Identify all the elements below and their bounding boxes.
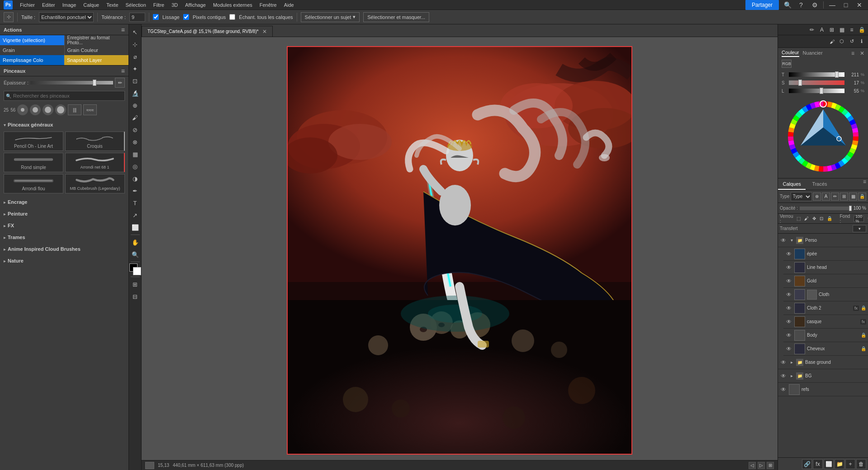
minimize-btn[interactable]: — (827, 0, 837, 10)
tool-lasso[interactable]: ⌀ (129, 51, 141, 62)
layer-cloth2[interactable]: 👁 Cloth 2 fx 🔒 (783, 301, 868, 315)
menu-filtre[interactable]: Filtre (150, 0, 168, 10)
right-shape-icon[interactable]: ⬡ (837, 37, 846, 46)
zoom-out-icon[interactable] (145, 462, 154, 469)
tool-zoom[interactable]: 🔍 (129, 249, 141, 260)
tool-screen-btn[interactable]: ⊟ (129, 291, 141, 302)
layer-body[interactable]: 👁 Body 🔒 (783, 329, 868, 342)
layer-casque-vis-icon[interactable]: 👁 (785, 318, 792, 325)
close-btn[interactable]: ✕ (854, 0, 864, 10)
layer-btn-3[interactable]: ✏ (831, 193, 839, 201)
lock-brush-btn[interactable]: 🖌 (804, 215, 809, 222)
menu-texte[interactable]: Texte (103, 0, 122, 10)
brush-category-general-header[interactable]: ▾ Pinceaux généraux (4, 120, 125, 130)
layer-baseground-vis-icon[interactable]: 👁 (780, 359, 787, 366)
select-subject-button[interactable]: Sélectionner un sujet ▾ (301, 12, 360, 22)
type-select[interactable]: Type (791, 192, 812, 201)
share-button[interactable]: Partager (745, 0, 779, 10)
color-tab-nuancier[interactable]: Nuancier (803, 50, 823, 56)
right-lock-icon[interactable]: 🔒 (857, 25, 866, 34)
tool-pen[interactable]: ✒ (129, 185, 141, 197)
brush-item-arrondi-flou[interactable]: Arrondi flou (4, 174, 63, 193)
layer-bg-vis-icon[interactable]: 👁 (780, 372, 787, 380)
layer-perso-expand-icon[interactable]: ▾ (789, 238, 794, 243)
tool-marquee[interactable]: ⊹ (129, 38, 141, 50)
tool-heal[interactable]: ⊕ (129, 99, 141, 111)
color-t-slider[interactable] (789, 72, 844, 77)
select-mask-button[interactable]: Sélectionner et masquer... (363, 12, 429, 22)
right-pencil-icon[interactable]: ✏ (807, 25, 816, 34)
layers-menu-btn[interactable]: ≡ (861, 179, 868, 190)
brush-category-trames-header[interactable]: ▸ Trames (4, 232, 125, 242)
transfert-dropdown[interactable]: ▾ (853, 225, 866, 232)
layer-cheveux[interactable]: 👁 Cheveux 🔒 (783, 342, 868, 356)
menu-image[interactable]: Image (59, 0, 80, 10)
layer-refs-vis-icon[interactable]: 👁 (780, 386, 787, 393)
right-brush-icon[interactable]: 🖌 (827, 37, 836, 46)
brush-category-fx-header[interactable]: ▸ FX (4, 221, 125, 230)
layers-delete-btn[interactable]: 🗑 (856, 459, 866, 469)
menu-modules[interactable]: Modules externes (209, 0, 256, 10)
canvas-viewport[interactable] (142, 37, 778, 460)
action-grain-couleur[interactable]: Grain Couleur (64, 45, 129, 55)
nav-grid-btn[interactable]: ⊞ (767, 462, 774, 469)
brush-item-croquis[interactable]: Croquis (65, 132, 125, 151)
layer-refs[interactable]: 👁 refs (778, 383, 868, 396)
layer-btn-6[interactable]: 🔒 (858, 193, 866, 201)
color-l-slider[interactable] (789, 89, 844, 93)
layer-btn-2[interactable]: A (822, 193, 830, 201)
brush-category-nature-header[interactable]: ▸ Nature (4, 256, 125, 266)
brush-item-cubebrush[interactable]: MB Cubebrush (Legendary) (65, 174, 125, 193)
color-panel-menu-btn[interactable]: ≡ (851, 50, 854, 56)
layer-baseground-expand-icon[interactable]: ▸ (789, 360, 794, 365)
brush-preset-3[interactable] (43, 104, 53, 115)
tool-magic-wand[interactable]: ✦ (129, 63, 141, 75)
tool-options-icon[interactable]: ⊹ (4, 12, 14, 22)
brush-preset-1[interactable] (17, 104, 28, 115)
canvas-tab-main[interactable]: TGCStep_CarteA.psd @ 15,1% (Base ground,… (142, 26, 273, 37)
color-rgb-btn[interactable]: RGB (782, 60, 792, 68)
right-info-icon[interactable]: ℹ (857, 37, 866, 46)
brush-category-anime-header[interactable]: ▸ Anime Inspired Cloud Brushes (4, 244, 125, 254)
layer-cloth-vis-icon[interactable]: 👁 (785, 291, 792, 298)
right-layers-icon[interactable]: ⊞ (827, 25, 836, 34)
layer-cloth[interactable]: 👁 Cloth (783, 288, 868, 301)
layer-linehead-vis-icon[interactable]: 👁 (785, 264, 792, 271)
tab-close-icon[interactable]: ✕ (262, 28, 267, 35)
brush-category-encrage-header[interactable]: ▸ Encrage (4, 197, 125, 207)
right-align-icon[interactable]: ≡ (847, 25, 856, 34)
action-remplissage[interactable]: Remplissage Colo (0, 55, 64, 65)
settings-icon[interactable]: ⚙ (810, 0, 820, 10)
menu-calque[interactable]: Calque (80, 0, 103, 10)
menu-aide[interactable]: Aide (280, 0, 298, 10)
menu-affichage[interactable]: Affichage (181, 0, 209, 10)
lock-all-btn[interactable]: 🔒 (827, 215, 832, 222)
tool-dodge[interactable]: ◑ (129, 173, 141, 184)
layers-mask-btn[interactable]: ⬜ (824, 459, 834, 469)
right-history-icon[interactable]: ↺ (847, 37, 856, 46)
color-panel-close-btn[interactable]: ✕ (860, 50, 864, 56)
fond-input[interactable]: 100 % (854, 216, 864, 222)
tool-clone[interactable]: ⊘ (129, 124, 141, 136)
tool-select-path[interactable]: ↗ (129, 209, 141, 221)
lissage-checkbox[interactable] (153, 14, 159, 20)
layer-base-ground-group[interactable]: 👁 ▸ 📁 Base ground (778, 356, 868, 369)
layer-line-head[interactable]: 👁 Line head (783, 261, 868, 274)
tool-text[interactable]: T (129, 197, 141, 209)
action-snapshot[interactable]: Snapshot Layer (64, 55, 128, 65)
brush-style-btn[interactable]: ✏ (115, 78, 125, 88)
layer-bg-expand-icon[interactable]: ▸ (789, 373, 794, 379)
layer-perso-vis-icon[interactable]: 👁 (780, 237, 787, 244)
layer-cloth2-vis-icon[interactable]: 👁 (785, 305, 792, 312)
brush-preset-4[interactable] (55, 104, 66, 115)
layer-gold[interactable]: 👁 Gold (783, 274, 868, 288)
tool-brush[interactable]: 🖌 (129, 112, 141, 123)
tool-mode-btn[interactable]: ⊞ (129, 278, 141, 290)
action-vignette[interactable]: Vignette (sélection) (0, 35, 64, 45)
tool-eyedropper[interactable]: 🔬 (129, 87, 141, 99)
brush-item-pencil[interactable]: Pencil Oh - Line Art (4, 132, 63, 151)
lock-transparent-btn[interactable]: ⬚ (797, 215, 801, 222)
layer-gold-vis-icon[interactable]: 👁 (785, 277, 792, 285)
nav-left-btn[interactable]: ◁ (749, 462, 756, 469)
layer-epee-vis-icon[interactable]: 👁 (785, 250, 792, 258)
